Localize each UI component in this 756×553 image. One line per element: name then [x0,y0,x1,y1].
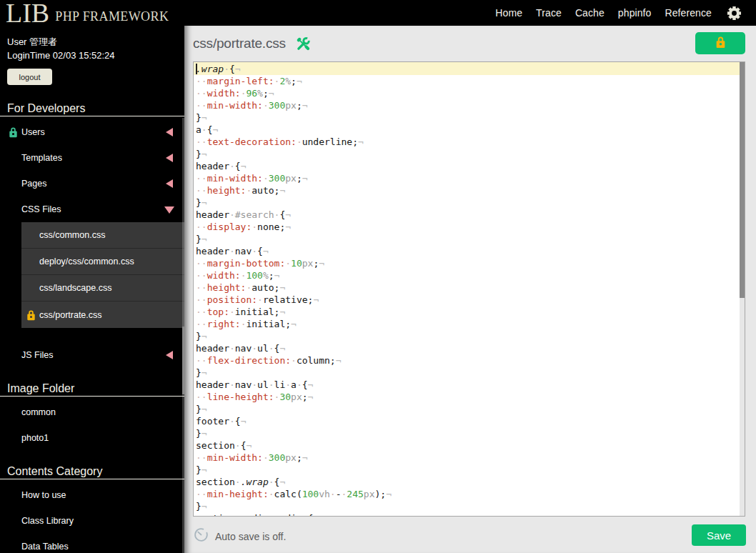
code-line: ··line-height:·30px;¬ [196,391,740,403]
tools-icon [296,36,311,51]
code-line: footer·{¬ [196,415,740,427]
app-window: HomeTraceCachephpinfoReference LIBPHP FR… [0,0,756,553]
code-line: header·#search·{¬ [196,209,740,221]
logo-subtitle: PHP FRAMEWORK [55,9,169,24]
code-line: header·nav·ul·li·a·{¬ [196,379,740,391]
sidebar-subitem-css-landscape-css[interactable]: css/landscape.css [21,275,184,302]
sidebar-item-js-files[interactable]: JS Files [0,342,184,368]
lock-icon [9,126,18,140]
sidebar-item-templates[interactable]: Templates [0,145,184,171]
code-line: ··width:·100%;¬ [196,269,740,282]
logo-title: LIB [6,0,49,28]
collapsed-arrow-icon [166,154,173,162]
document-title: css/portrate.css [193,36,286,51]
code-line: ··right:·initial;¬ [196,318,740,330]
collapsed-arrow-icon [166,351,173,359]
code-line: ··top:·initial;¬ [196,306,740,318]
code-line: }¬ [196,427,740,439]
code-line: ··margin-bottom:·10px;¬ [196,257,740,269]
nav-trace[interactable]: Trace [536,7,562,19]
app-logo: LIBPHP FRAMEWORK [6,0,169,29]
sidebar-subitem-deploy-css-common-css[interactable]: deploy/css/common.css [21,249,184,275]
code-line: ··height:·auto;¬ [196,184,740,196]
code-area[interactable]: .wrap·{¬··margin-left:·2%;¬··width:·96%;… [194,62,740,516]
code-line: header·nav·{¬ [196,245,740,257]
editor-scrollbar[interactable] [740,62,745,516]
code-line: a·{¬ [196,124,740,136]
sidebar-item-common[interactable]: common [0,399,184,425]
code-line: header·{¬ [196,160,740,172]
autosave-status: Auto save is off. [215,531,286,542]
timer-icon [194,527,209,542]
code-line: section·>·div·>·div·{¬ [196,512,740,516]
code-line: }¬ [196,111,740,124]
login-time: LoginTime 02/03 15:52:24 [7,50,115,61]
document-header: css/portrate.css [184,26,756,61]
sidebar-item-data-tables[interactable]: Data Tables [0,534,184,553]
code-line: }¬ [196,403,740,415]
code-line: ··min-height:·calc(100vh·-·245px);¬ [196,488,740,500]
sidebar-item-users[interactable]: Users [0,119,184,145]
collapsed-arrow-icon [166,179,173,188]
code-line: ··height:·auto;¬ [196,282,740,294]
sidebar-subitem-css-portrate-css[interactable]: css/portrate.css [21,302,184,328]
code-line: }¬ [196,330,740,342]
code-line: }¬ [196,196,740,209]
status-bar: Auto save is off. Save [184,517,756,553]
code-line: ··flex-direction:·column;¬ [196,354,740,367]
code-line: ··display:·none;¬ [196,221,740,233]
lock-button[interactable] [695,32,745,54]
nav-phpinfo[interactable]: phpinfo [618,7,652,19]
section-heading: Image Folder [0,379,184,397]
sidebar-scrollbar[interactable] [182,118,184,553]
code-editor[interactable]: .wrap·{¬··margin-left:·2%;¬··width:·96%;… [193,61,745,517]
code-line: }¬ [196,233,740,245]
save-button[interactable]: Save [692,524,746,546]
code-line: ··min-width:·300px;¬ [196,172,740,184]
section-heading: For Developers [0,99,184,116]
code-line: }¬ [196,367,740,379]
lock-icon [715,36,726,51]
code-line: ··text-decoration:·underline;¬ [196,136,740,148]
code-line: ··min-width:·300px;¬ [196,452,740,464]
sidebar-scrollbar-thumb[interactable] [182,327,184,394]
code-line: ··margin-left:·2%;¬ [196,75,740,87]
code-line: }¬ [196,464,740,476]
code-line: ··position:·relative;¬ [196,294,740,306]
code-line: }¬ [196,500,740,512]
section-heading: Contents Category [0,462,184,479]
document-title-row: css/portrate.css [193,26,311,61]
logout-button[interactable]: logout [7,69,52,85]
expanded-arrow-icon [164,206,174,214]
sidebar: LIBPHP FRAMEWORK User 管理者 LoginTime 02/0… [0,0,184,553]
code-line: header·nav·ul·{¬ [196,342,740,354]
editor-scrollbar-thumb[interactable] [740,62,745,298]
sidebar-item-css-files[interactable]: CSS Files [0,196,184,222]
code-line: section·.wrap·{¬ [196,476,740,488]
code-line: ··min-width:·300px;¬ [196,99,740,111]
code-line: section·{¬ [196,439,740,452]
user-name: User 管理者 [7,36,57,49]
lock-icon [26,309,36,323]
main-content: css/portrate.css .wrap·{¬··margin-left:·… [184,26,756,553]
nav-home[interactable]: Home [495,7,522,19]
sidebar-item-photo1[interactable]: photo1 [0,425,184,451]
nav-reference[interactable]: Reference [665,7,712,19]
code-line: .wrap·{¬ [196,63,740,75]
sidebar-item-class-library[interactable]: Class Library [0,508,184,534]
code-line: ··width:·96%;¬ [196,87,740,99]
sidebar-item-how-to-use[interactable]: How to use [0,482,184,508]
sidebar-subitem-css-common-css[interactable]: css/common.css [21,222,184,249]
code-line: }¬ [196,148,740,160]
nav-cache[interactable]: Cache [575,7,605,19]
sidebar-item-pages[interactable]: Pages [0,171,184,196]
gear-icon[interactable] [725,4,742,21]
collapsed-arrow-icon [166,128,173,136]
